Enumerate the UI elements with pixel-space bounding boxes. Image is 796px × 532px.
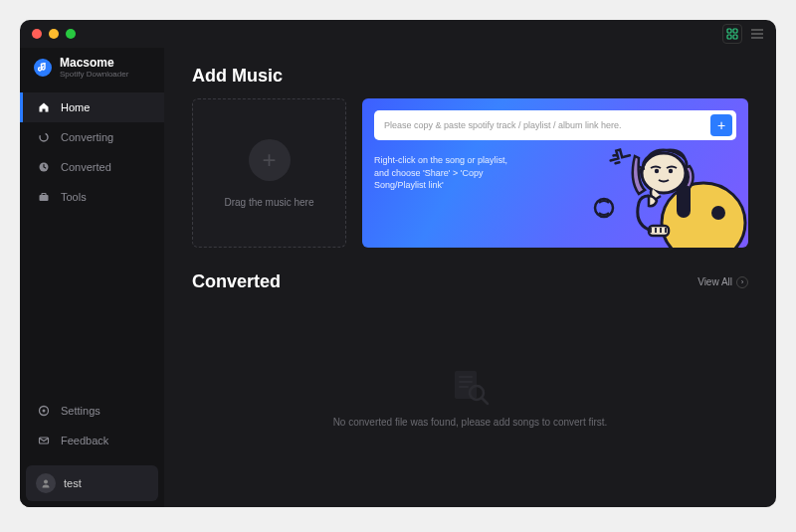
close-icon[interactable] <box>32 29 42 39</box>
main: Add Music + Drag the music here Please c… <box>164 48 776 507</box>
svg-point-21 <box>669 169 673 173</box>
sidebar-item-label: Converting <box>61 131 113 143</box>
brand: Macsome Spotify Downloader <box>20 48 164 92</box>
clock-icon <box>37 160 51 174</box>
chevron-right-icon: › <box>736 276 748 288</box>
svg-rect-26 <box>459 386 469 388</box>
svg-point-12 <box>43 410 46 413</box>
svg-rect-25 <box>459 381 473 383</box>
svg-point-16 <box>662 183 745 248</box>
sidebar-item-label: Feedback <box>61 435 108 446</box>
nav: Home Converting Converted Tools <box>20 92 164 212</box>
dropzone-label: Drag the music here <box>224 197 313 208</box>
svg-point-17 <box>711 206 725 220</box>
empty-file-search-icon <box>447 367 495 407</box>
link-input-wrap[interactable]: Please copy & paste spotify track / play… <box>374 110 736 140</box>
svg-rect-1 <box>733 29 737 33</box>
svg-point-7 <box>40 133 48 141</box>
link-input-placeholder: Please copy & paste spotify track / play… <box>384 120 710 130</box>
grid-view-button[interactable] <box>722 24 742 44</box>
app-window: Macsome Spotify Downloader Home Converti… <box>20 20 776 507</box>
svg-rect-3 <box>733 35 737 39</box>
svg-point-20 <box>655 169 659 173</box>
sidebar-item-tools[interactable]: Tools <box>20 182 164 212</box>
hamburger-menu-icon[interactable] <box>750 28 764 40</box>
svg-rect-10 <box>42 194 46 196</box>
avatar-icon <box>36 473 56 493</box>
mail-icon <box>37 434 51 447</box>
briefcase-icon <box>37 190 51 204</box>
brand-name: Macsome <box>60 56 128 70</box>
svg-point-19 <box>642 153 686 193</box>
empty-message: No converted file was found, please add … <box>333 417 608 428</box>
svg-line-28 <box>482 398 488 404</box>
titlebar <box>20 20 776 48</box>
traffic-lights <box>32 29 76 39</box>
sidebar: Macsome Spotify Downloader Home Converti… <box>20 48 164 507</box>
link-hero: Please copy & paste spotify track / play… <box>362 98 748 248</box>
add-link-button[interactable]: + <box>710 114 732 136</box>
sidebar-item-label: Settings <box>61 405 100 417</box>
sidebar-item-label: Converted <box>61 161 111 173</box>
sidebar-item-feedback[interactable]: Feedback <box>20 426 164 455</box>
svg-rect-23 <box>455 371 477 399</box>
view-all-label: View All <box>697 276 732 287</box>
empty-state: No converted file was found, please add … <box>192 300 748 493</box>
minimize-icon[interactable] <box>49 29 59 39</box>
plus-icon: + <box>249 139 291 181</box>
link-tip: Right-click on the song or playlist, and… <box>374 154 523 192</box>
view-all-button[interactable]: View All › <box>697 276 748 288</box>
sidebar-item-home[interactable]: Home <box>20 92 164 122</box>
svg-point-14 <box>44 480 48 484</box>
svg-rect-2 <box>727 35 731 39</box>
home-icon <box>37 100 51 114</box>
sidebar-item-converting[interactable]: Converting <box>20 122 164 152</box>
sidebar-item-label: Home <box>61 101 90 113</box>
user-name: test <box>64 477 82 489</box>
brand-logo-icon <box>34 59 52 77</box>
user-card[interactable]: test <box>26 465 158 501</box>
sidebar-item-label: Tools <box>61 191 87 203</box>
section-title-converted: Converted <box>192 271 281 292</box>
brand-subtitle: Spotify Downloader <box>60 70 128 79</box>
svg-rect-24 <box>459 376 473 378</box>
sidebar-item-settings[interactable]: Settings <box>20 396 164 426</box>
gear-icon <box>37 404 51 418</box>
hero-illustration <box>549 138 748 248</box>
bottom-nav: Settings Feedback <box>20 396 164 455</box>
svg-rect-0 <box>727 29 731 33</box>
spinner-icon <box>37 130 51 144</box>
dropzone[interactable]: + Drag the music here <box>192 98 346 248</box>
section-title-add-music: Add Music <box>192 66 748 87</box>
sidebar-item-converted[interactable]: Converted <box>20 152 164 182</box>
maximize-icon[interactable] <box>66 29 76 39</box>
